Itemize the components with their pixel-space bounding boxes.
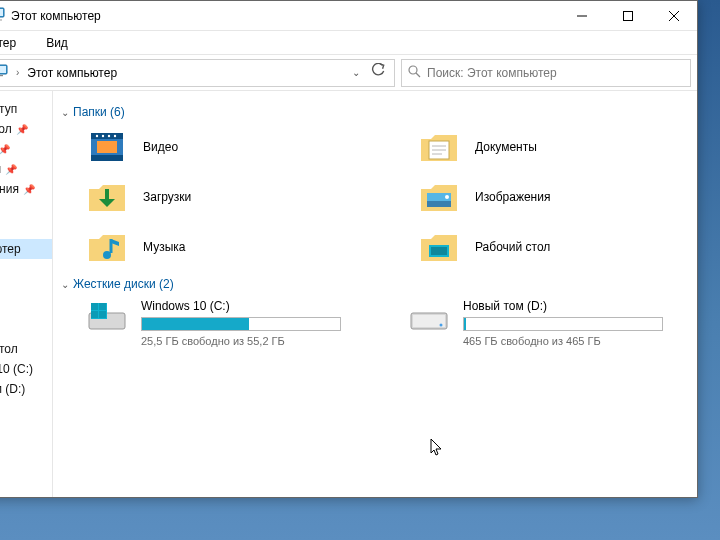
search-placeholder: Поиск: Этот компьютер	[427, 66, 557, 80]
search-input[interactable]: Поиск: Этот компьютер	[401, 59, 691, 87]
explorer-window: Этот компьютер отер Вид › Этот компьютер	[0, 0, 698, 498]
drive-d[interactable]: Новый том (D:) 465 ГБ свободно из 465 ГБ	[407, 299, 689, 347]
address-bar[interactable]: › Этот компьютер ⌄	[0, 59, 395, 87]
svg-point-39	[440, 324, 443, 327]
pin-icon: 📌	[0, 144, 10, 155]
chevron-right-icon: ›	[16, 67, 19, 78]
svg-point-27	[445, 195, 449, 199]
menu-computer[interactable]: отер	[0, 34, 22, 52]
search-icon	[408, 65, 421, 81]
folder-music[interactable]: Музыка	[85, 227, 357, 267]
sidebar-item-quick-access[interactable]: эступ	[0, 99, 52, 119]
minimize-button[interactable]	[559, 1, 605, 31]
sidebar-item-this-pc[interactable]: ьютер	[0, 239, 52, 259]
drive-name: Новый том (D:)	[463, 299, 663, 313]
this-pc-icon	[0, 6, 5, 25]
breadcrumb-root[interactable]: Этот компьютер	[27, 66, 117, 80]
folder-label: Загрузки	[143, 190, 191, 204]
pin-icon: 📌	[16, 124, 28, 135]
pictures-folder-icon	[417, 177, 461, 217]
svg-rect-15	[91, 155, 123, 161]
svg-rect-36	[99, 311, 106, 318]
svg-point-28	[103, 251, 111, 259]
drive-free-text: 25,5 ГБ свободно из 55,2 ГБ	[141, 335, 341, 347]
svg-rect-5	[624, 11, 633, 20]
window-title: Этот компьютер	[11, 9, 101, 23]
address-bar-row: › Этот компьютер ⌄ Поиск: Этот компьютер	[0, 55, 697, 91]
pin-icon: 📌	[23, 184, 35, 195]
folder-desktop[interactable]: Рабочий стол	[417, 227, 689, 267]
body: эступ стол📌 и📌 ты📌 кения📌 ьютер і стол s…	[0, 91, 697, 497]
group-drives-label: Жесткие диски (2)	[73, 277, 174, 291]
svg-point-18	[108, 135, 110, 137]
group-folders-header[interactable]: ⌄ Папки (6)	[61, 105, 689, 119]
svg-point-17	[102, 135, 104, 137]
folder-downloads[interactable]: Загрузки	[85, 177, 357, 217]
menu-view[interactable]: Вид	[40, 34, 74, 52]
sidebar-item-desktop[interactable]: стол📌	[0, 119, 52, 139]
navigation-sidebar: эступ стол📌 и📌 ты📌 кения📌 ьютер і стол s…	[0, 91, 53, 497]
sidebar-item-documents[interactable]: ты📌	[0, 159, 52, 179]
svg-point-16	[96, 135, 98, 137]
folder-label: Музыка	[143, 240, 185, 254]
folder-label: Рабочий стол	[475, 240, 550, 254]
sidebar-item-pictures[interactable]: кения📌	[0, 179, 52, 199]
close-button[interactable]	[651, 1, 697, 31]
chevron-down-icon: ⌄	[61, 107, 69, 118]
maximize-icon	[623, 11, 633, 21]
maximize-button[interactable]	[605, 1, 651, 31]
svg-rect-34	[99, 303, 106, 310]
svg-point-19	[114, 135, 116, 137]
folder-label: Видео	[143, 140, 178, 154]
documents-folder-icon	[417, 127, 461, 167]
svg-rect-35	[91, 311, 98, 318]
close-icon	[669, 11, 679, 21]
refresh-icon[interactable]	[370, 63, 386, 82]
group-folders-label: Папки (6)	[73, 105, 125, 119]
svg-rect-33	[91, 303, 98, 310]
folder-label: Изображения	[475, 190, 550, 204]
svg-rect-30	[431, 247, 447, 255]
music-folder-icon	[85, 227, 129, 267]
folder-documents[interactable]: Документы	[417, 127, 689, 167]
svg-point-11	[409, 66, 417, 74]
chevron-down-icon: ⌄	[61, 279, 69, 290]
pin-icon: 📌	[5, 164, 17, 175]
drive-usage-bar	[141, 317, 341, 331]
drive-name: Windows 10 (C:)	[141, 299, 341, 313]
sidebar-item-drive-d[interactable]: ом (D:)	[0, 379, 52, 399]
this-pc-breadcrumb-icon	[0, 63, 8, 82]
drive-usage-fill	[464, 318, 466, 330]
svg-rect-10	[0, 75, 3, 76]
window-controls	[559, 1, 697, 31]
svg-rect-26	[427, 201, 451, 207]
downloads-folder-icon	[85, 177, 129, 217]
folder-pictures[interactable]: Изображения	[417, 177, 689, 217]
sidebar-item-drive-c[interactable]: s 10 (C:)	[0, 359, 52, 379]
drives-grid: Windows 10 (C:) 25,5 ГБ свободно из 55,2…	[85, 299, 689, 347]
menu-bar: отер Вид	[0, 31, 697, 55]
drive-free-text: 465 ГБ свободно из 465 ГБ	[463, 335, 663, 347]
sidebar-item-desktop2[interactable]: і стол	[0, 339, 52, 359]
drive-usage-bar	[463, 317, 663, 331]
folders-grid: Видео Документы Загрузки	[85, 127, 689, 267]
videos-folder-icon	[85, 127, 129, 167]
folder-label: Документы	[475, 140, 537, 154]
drive-usage-fill	[142, 318, 249, 330]
drive-c[interactable]: Windows 10 (C:) 25,5 ГБ свободно из 55,2…	[85, 299, 367, 347]
desktop-folder-icon	[417, 227, 461, 267]
title-bar: Этот компьютер	[0, 1, 697, 31]
folder-videos[interactable]: Видео	[85, 127, 357, 167]
group-drives-header[interactable]: ⌄ Жесткие диски (2)	[61, 277, 689, 291]
sidebar-item-downloads[interactable]: и📌	[0, 139, 52, 159]
minimize-icon	[577, 11, 587, 21]
os-drive-icon	[85, 299, 129, 335]
svg-rect-20	[97, 141, 117, 153]
chevron-down-icon[interactable]: ⌄	[352, 67, 360, 78]
svg-line-12	[416, 73, 420, 77]
content-pane: ⌄ Папки (6) Видео Документы	[53, 91, 697, 497]
svg-rect-9	[0, 66, 6, 73]
svg-rect-3	[0, 19, 2, 21]
svg-rect-1	[0, 9, 3, 16]
hdd-drive-icon	[407, 299, 451, 335]
